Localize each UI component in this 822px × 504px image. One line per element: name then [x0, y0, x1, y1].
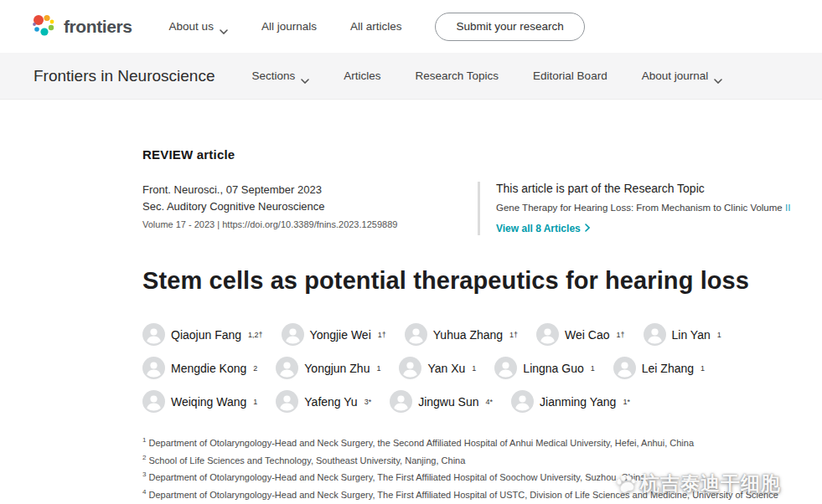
author-affiliation-sup: 1: [701, 364, 705, 373]
author-avatar-icon: [390, 390, 412, 413]
author-avatar-icon: [276, 390, 298, 413]
author-item[interactable]: Yan Xu1: [399, 357, 476, 379]
chevron-right-icon: [585, 223, 590, 234]
author-name: Yafeng Yu: [304, 395, 357, 409]
volume-text: Volume 17 - 2023 |: [142, 219, 222, 229]
tab-articles[interactable]: Articles: [344, 69, 380, 82]
nav-about-us[interactable]: About us: [169, 20, 228, 33]
author-name: Lin Yan: [672, 328, 711, 342]
author-name: Weiqing Wang: [171, 395, 246, 409]
author-item[interactable]: Wei Cao1†: [536, 323, 624, 346]
author-avatar-icon: [613, 357, 636, 379]
affiliation-sup: 1: [142, 436, 146, 444]
author-affiliation-sup: 1: [591, 364, 595, 373]
author-item[interactable]: Jingwu Sun4*: [390, 390, 493, 413]
author-affiliation-sup: 1†: [378, 331, 386, 339]
author-item[interactable]: Mengdie Kong2: [142, 357, 257, 379]
author-affiliation-sup: 1,2†: [248, 331, 263, 339]
author-affiliation-sup: 1: [717, 331, 721, 339]
author-avatar-icon: [282, 323, 304, 346]
author-item[interactable]: Yongjie Wei1†: [282, 323, 386, 346]
top-nav: frontiers About us All journals All arti…: [0, 0, 822, 53]
citation-volume-doi: Volume 17 - 2023 | https://doi.org/10.33…: [142, 219, 478, 229]
author-item[interactable]: Lin Yan1: [644, 323, 721, 346]
author-avatar-icon: [142, 390, 165, 413]
author-affiliation-sup: 3*: [364, 398, 372, 406]
research-topic-title-link[interactable]: Gene Therapy for Hearing Loss: From Mech…: [496, 202, 794, 214]
author-name: Yan Xu: [427, 362, 465, 375]
tab-about-journal-label: About journal: [642, 69, 709, 82]
nav-all-articles[interactable]: All articles: [350, 20, 402, 33]
article-meta-row: Front. Neurosci., 07 September 2023 Sec.…: [142, 182, 809, 235]
tab-research-topics[interactable]: Research Topics: [416, 69, 499, 82]
author-item[interactable]: Weiqing Wang1: [142, 390, 257, 413]
tab-about-journal[interactable]: About journal: [642, 69, 723, 82]
author-item[interactable]: Lei Zhang1: [613, 357, 705, 379]
author-avatar-icon: [142, 323, 165, 346]
author-item[interactable]: Jianming Yang1*: [511, 390, 630, 413]
citation-section: Sec. Auditory Cognitive Neuroscience: [142, 198, 478, 215]
nav-all-journals[interactable]: All journals: [261, 20, 317, 33]
view-all-articles-label: View all 8 Articles: [496, 223, 581, 234]
author-affiliation-sup: 1: [376, 364, 380, 373]
author-item[interactable]: Yafeng Yu3*: [276, 390, 371, 413]
author-affiliation-sup: 1: [253, 398, 257, 406]
authors-list: Qiaojun Fang1,2†Yongjie Wei1†Yuhua Zhang…: [142, 323, 821, 413]
author-avatar-icon: [511, 390, 534, 413]
affiliations-list: 1Department of Otolaryngology-Head and N…: [142, 433, 792, 504]
author-affiliation-sup: 4*: [486, 398, 494, 406]
tab-sections-label: Sections: [251, 69, 295, 82]
author-name: Lingna Guo: [523, 362, 583, 375]
research-topic-title-main: Gene Therapy for Hearing Loss: From Mech…: [496, 203, 783, 213]
nav-all-articles-label: All articles: [350, 20, 402, 33]
chevron-down-icon: [220, 24, 228, 29]
article-page: REVIEW article Front. Neurosci., 07 Sept…: [0, 100, 822, 504]
top-nav-links: About us All journals All articles: [169, 20, 402, 33]
affiliation-sup: 2: [142, 454, 146, 461]
author-item[interactable]: Yongjun Zhu1: [276, 357, 380, 379]
author-item[interactable]: Qiaojun Fang1,2†: [142, 323, 263, 346]
research-topic-title-tail: II: [785, 203, 790, 213]
journal-nav: Frontiers in Neuroscience Sections Artic…: [0, 53, 822, 100]
affiliation-text: Department of Otolaryngology-Head and Ne…: [148, 438, 694, 448]
author-name: Jianming Yang: [540, 395, 616, 409]
nav-about-us-label: About us: [169, 20, 214, 33]
author-name: Qiaojun Fang: [171, 328, 241, 342]
research-topic-intro: This article is part of the Research Top…: [496, 182, 794, 195]
frontiers-logo-text: frontiers: [64, 17, 132, 37]
frontiers-logo[interactable]: frontiers: [31, 13, 132, 41]
affiliation-text: Department of Otolaryngology-Head and Ne…: [142, 490, 778, 504]
affiliation-item: 1Department of Otolaryngology-Head and N…: [142, 433, 792, 450]
doi-link[interactable]: https://doi.org/10.3389/fnins.2023.12598…: [222, 219, 397, 229]
affiliation-item: 4Department of Otolaryngology-Head and N…: [142, 485, 792, 504]
journal-title[interactable]: Frontiers in Neuroscience: [34, 67, 215, 85]
author-name: Wei Cao: [565, 328, 609, 342]
affiliation-sup: 4: [142, 488, 146, 496]
author-item[interactable]: Yuhua Zhang1†: [405, 323, 518, 346]
author-avatar-icon: [644, 323, 666, 346]
author-name: Lei Zhang: [642, 362, 694, 375]
submit-research-button[interactable]: Submit your research: [435, 13, 584, 41]
affiliation-text: School of Life Sciences and Technology, …: [148, 455, 465, 465]
article-title: Stem cells as potential therapeutics for…: [142, 267, 809, 295]
chevron-down-icon: [714, 74, 722, 79]
affiliation-text: Department of Otolaryngology-Head and Ne…: [148, 472, 645, 482]
author-name: Yongjie Wei: [310, 328, 371, 342]
author-name: Mengdie Kong: [171, 362, 246, 375]
citation-journal-date: Front. Neurosci., 07 September 2023: [142, 182, 478, 198]
tab-editorial-board[interactable]: Editorial Board: [533, 69, 607, 82]
article-type-label: REVIEW article: [142, 147, 809, 162]
affiliation-sup: 3: [142, 471, 146, 478]
tab-editorial-board-label: Editorial Board: [533, 69, 607, 82]
nav-all-journals-label: All journals: [261, 20, 317, 33]
author-item[interactable]: Lingna Guo1: [494, 357, 594, 379]
author-affiliation-sup: 1†: [617, 331, 625, 339]
author-avatar-icon: [276, 357, 298, 379]
tab-articles-label: Articles: [344, 69, 380, 82]
author-name: Jingwu Sun: [418, 395, 478, 409]
research-topic-block: This article is part of the Research Top…: [478, 182, 794, 235]
affiliation-item: 2School of Life Sciences and Technology,…: [142, 450, 792, 468]
tab-sections[interactable]: Sections: [251, 69, 309, 82]
chevron-down-icon: [301, 74, 309, 79]
view-all-articles-link[interactable]: View all 8 Articles: [496, 223, 590, 234]
